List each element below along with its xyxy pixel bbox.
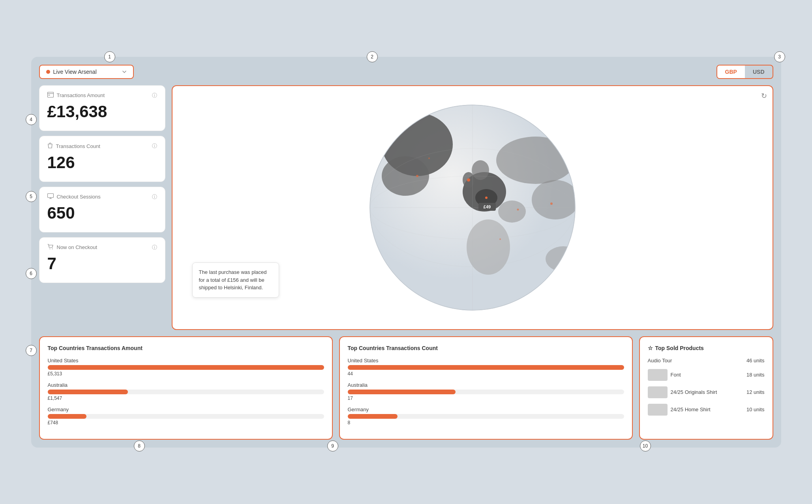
product-units: 12 units <box>746 389 765 395</box>
bar-fill <box>48 390 128 394</box>
product-units: 10 units <box>746 407 765 412</box>
svg-text:£49: £49 <box>483 204 490 209</box>
transactions-count-value: 126 <box>47 153 157 172</box>
info-icon-3[interactable]: ⓘ <box>152 193 157 200</box>
main-content: Transactions Amount ⓘ £13,638 Transactio… <box>39 85 773 330</box>
chevron-down-icon <box>122 69 127 74</box>
store-status-dot <box>46 70 50 74</box>
info-icon-1[interactable]: ⓘ <box>152 92 157 99</box>
bar-row-us-amount: United States £5,313 <box>48 358 324 377</box>
cart-icon <box>47 244 54 251</box>
annotation-2: 2 <box>367 51 378 62</box>
svg-point-27 <box>562 260 564 262</box>
bar-fill <box>348 365 624 370</box>
country-label: Australia <box>348 382 624 388</box>
bar-value: £748 <box>48 420 324 425</box>
annotation-6: 6 <box>26 268 37 279</box>
product-row-3: 24/25 Originals Shirt 12 units <box>648 386 765 398</box>
usd-button[interactable]: USD <box>745 66 773 78</box>
card-icon <box>47 92 54 99</box>
product-row-1: Audio Tour 46 units <box>648 358 765 363</box>
bar-track <box>348 414 624 419</box>
store-selector[interactable]: Live View Arsenal <box>39 65 134 79</box>
bar-fill <box>48 365 324 370</box>
country-label: Germany <box>48 407 324 412</box>
bar-value: 17 <box>348 395 624 401</box>
now-on-checkout-card: Now on Checkout ⓘ 7 <box>39 237 165 283</box>
metric-title-row-4: Now on Checkout <box>47 244 98 251</box>
bar-fill <box>348 390 456 394</box>
product-name-group: Audio Tour <box>648 358 746 363</box>
bar-fill <box>48 414 86 419</box>
svg-point-26 <box>499 238 501 240</box>
bar-row-de-amount: Germany £748 <box>48 407 324 425</box>
metric-header: Transactions Amount ⓘ <box>47 92 157 99</box>
svg-point-6 <box>49 249 50 249</box>
country-label: Australia <box>48 382 324 388</box>
svg-point-7 <box>52 249 53 249</box>
svg-point-11 <box>382 156 429 196</box>
header: Live View Arsenal GBP USD <box>39 65 773 79</box>
chart-title-count: Top Countries Transactions Count <box>348 345 624 351</box>
transactions-amount-card: Transactions Amount ⓘ £13,638 <box>39 85 165 131</box>
svg-point-21 <box>467 178 470 182</box>
now-on-checkout-value: 7 <box>47 254 157 273</box>
svg-point-23 <box>416 175 418 177</box>
metrics-sidebar: Transactions Amount ⓘ £13,638 Transactio… <box>39 85 165 330</box>
tooltip-text: The last purchase was placed for a total… <box>199 269 267 290</box>
info-icon-2[interactable]: ⓘ <box>152 142 157 150</box>
bar-track <box>48 390 324 394</box>
svg-point-24 <box>550 202 553 205</box>
transactions-count-card: Transactions Count ⓘ 126 <box>39 136 165 182</box>
bar-value: 44 <box>348 371 624 377</box>
now-on-checkout-label: Now on Checkout <box>57 244 98 250</box>
transactions-amount-chart: Top Countries Transactions Amount United… <box>39 336 333 440</box>
bar-value: £5,313 <box>48 371 324 377</box>
bar-value: £1,547 <box>48 395 324 401</box>
bar-row-au-amount: Australia £1,547 <box>48 382 324 401</box>
metric-header-4: Now on Checkout ⓘ <box>47 244 157 251</box>
product-units: 18 units <box>746 372 765 378</box>
products-title: ☆ Top Sold Products <box>648 345 765 351</box>
bar-track <box>348 390 624 394</box>
product-name-group: 24/25 Originals Shirt <box>648 386 746 398</box>
star-icon: ☆ <box>648 345 653 351</box>
currency-toggle[interactable]: GBP USD <box>716 65 773 79</box>
annotation-1: 1 <box>104 51 115 62</box>
chart-title-amount: Top Countries Transactions Amount <box>48 345 324 351</box>
transactions-count-chart: Top Countries Transactions Count United … <box>339 336 633 440</box>
bottom-charts: Top Countries Transactions Amount United… <box>39 336 773 440</box>
svg-point-15 <box>472 160 489 180</box>
checkout-sessions-label: Checkout Sessions <box>57 194 101 200</box>
product-name: Audio Tour <box>648 358 672 363</box>
bar-track <box>48 365 324 370</box>
top-sold-products-card: ☆ Top Sold Products Audio Tour 46 units … <box>639 336 773 440</box>
info-icon-4[interactable]: ⓘ <box>152 244 157 251</box>
globe-svg: £49 <box>362 97 583 318</box>
bar-track <box>48 414 324 419</box>
refresh-icon[interactable]: ↻ <box>761 92 767 100</box>
annotation-8: 8 <box>134 440 145 452</box>
transactions-amount-value: £13,638 <box>47 102 157 121</box>
annotation-5: 5 <box>26 191 37 202</box>
product-thumbnail <box>648 404 668 416</box>
product-row-2: Font 18 units <box>648 369 765 381</box>
map-tooltip: The last purchase was placed for a total… <box>192 262 279 298</box>
annotation-4: 4 <box>26 114 37 125</box>
product-name: 24/25 Home Shirt <box>671 407 711 412</box>
product-name: 24/25 Originals Shirt <box>671 389 717 395</box>
bar-track <box>348 365 624 370</box>
metric-title-row-3: Checkout Sessions <box>47 193 101 200</box>
annotation-7: 7 <box>26 345 37 356</box>
svg-point-18 <box>467 219 510 275</box>
gbp-button[interactable]: GBP <box>717 66 745 78</box>
transactions-count-label: Transactions Count <box>56 143 100 149</box>
bar-value: 8 <box>348 420 624 425</box>
bar-fill <box>348 414 398 419</box>
product-thumbnail <box>648 369 668 381</box>
product-name: Font <box>671 372 681 378</box>
bar-row-de-count: Germany 8 <box>348 407 624 425</box>
dashboard: 1 2 3 Live View Arsenal GBP USD 4 5 6 7 <box>31 57 781 448</box>
svg-point-22 <box>485 197 488 199</box>
product-name-group: 24/25 Home Shirt <box>648 404 746 416</box>
